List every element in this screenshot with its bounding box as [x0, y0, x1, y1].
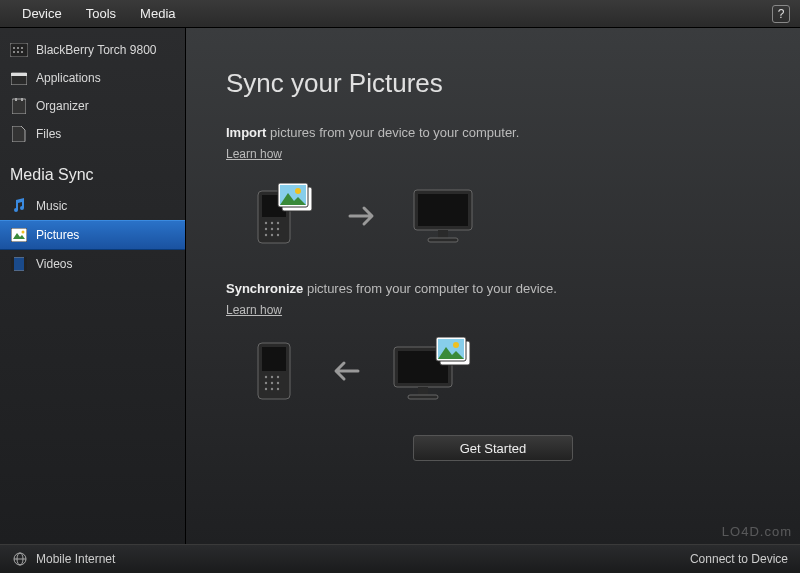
svg-rect-36 — [438, 230, 448, 238]
svg-rect-39 — [262, 347, 286, 371]
svg-rect-9 — [12, 99, 26, 114]
sidebar-item-videos[interactable]: Videos — [0, 250, 185, 278]
svg-point-56 — [453, 342, 459, 348]
content-area: BlackBerry Torch 9800 Applications Organ… — [0, 28, 800, 544]
sidebar-section-media-sync: Media Sync — [0, 148, 185, 192]
sync-rest-text: pictures from your computer to your devi… — [303, 281, 557, 296]
svg-rect-10 — [15, 98, 17, 101]
svg-point-26 — [265, 234, 267, 236]
synchronize-illustration — [226, 337, 760, 405]
menu-media[interactable]: Media — [128, 2, 187, 25]
svg-rect-8 — [11, 73, 27, 76]
arrow-right-icon — [348, 204, 380, 228]
computer-icon — [408, 186, 478, 246]
files-icon — [10, 126, 28, 142]
svg-point-24 — [271, 228, 273, 230]
svg-point-43 — [265, 382, 267, 384]
main-panel: Sync your Pictures Import pictures from … — [186, 28, 800, 544]
device-with-photo-icon — [250, 181, 320, 251]
sidebar-item-files[interactable]: Files — [0, 120, 185, 148]
svg-point-22 — [277, 222, 279, 224]
svg-point-3 — [21, 47, 23, 49]
import-rest-text: pictures from your device to your comput… — [266, 125, 519, 140]
menu-tools[interactable]: Tools — [74, 2, 128, 25]
section-title-label: Media Sync — [10, 166, 94, 184]
svg-point-32 — [295, 188, 301, 194]
device-icon — [250, 337, 300, 405]
svg-point-46 — [265, 388, 267, 390]
svg-rect-52 — [408, 395, 438, 399]
svg-rect-12 — [11, 228, 27, 242]
svg-point-21 — [271, 222, 273, 224]
svg-point-25 — [277, 228, 279, 230]
menubar: Device Tools Media ? — [0, 0, 800, 28]
help-icon[interactable]: ? — [772, 5, 790, 23]
organizer-icon — [10, 98, 28, 114]
svg-point-27 — [271, 234, 273, 236]
svg-rect-11 — [21, 98, 23, 101]
applications-icon — [10, 70, 28, 86]
svg-point-28 — [277, 234, 279, 236]
svg-point-20 — [265, 222, 267, 224]
sidebar-item-pictures[interactable]: Pictures — [0, 220, 185, 250]
svg-point-48 — [277, 388, 279, 390]
sidebar-item-organizer[interactable]: Organizer — [0, 92, 185, 120]
arrow-left-icon — [328, 359, 360, 383]
sidebar-item-label: Files — [36, 127, 61, 141]
import-section: Import pictures from your device to your… — [226, 125, 760, 251]
sidebar-item-label: Pictures — [36, 228, 79, 242]
music-icon — [10, 198, 28, 214]
svg-point-6 — [21, 51, 23, 53]
sidebar-item-label: BlackBerry Torch 9800 — [36, 43, 157, 57]
sync-bold-word: Synchronize — [226, 281, 303, 296]
svg-point-1 — [13, 47, 15, 49]
import-learn-how-link[interactable]: Learn how — [226, 147, 282, 161]
svg-rect-35 — [418, 194, 468, 226]
sidebar-item-music[interactable]: Music — [0, 192, 185, 220]
sidebar-item-applications[interactable]: Applications — [0, 64, 185, 92]
svg-point-23 — [265, 228, 267, 230]
sidebar-item-label: Organizer — [36, 99, 89, 113]
computer-with-photo-icon — [388, 337, 478, 405]
svg-point-40 — [265, 376, 267, 378]
svg-point-4 — [13, 51, 15, 53]
svg-point-47 — [271, 388, 273, 390]
sidebar: BlackBerry Torch 9800 Applications Organ… — [0, 28, 186, 544]
sidebar-item-label: Applications — [36, 71, 101, 85]
svg-point-14 — [22, 231, 25, 234]
import-bold-word: Import — [226, 125, 266, 140]
svg-rect-37 — [428, 238, 458, 242]
import-illustration — [226, 181, 760, 251]
svg-rect-17 — [24, 257, 27, 271]
pictures-icon — [10, 227, 28, 243]
connect-to-device-link[interactable]: Connect to Device — [690, 552, 788, 566]
svg-rect-16 — [11, 257, 14, 271]
synchronize-learn-how-link[interactable]: Learn how — [226, 303, 282, 317]
import-description: Import pictures from your device to your… — [226, 125, 760, 140]
svg-rect-0 — [10, 43, 28, 57]
mobile-internet-link[interactable]: Mobile Internet — [36, 552, 115, 566]
sidebar-item-label: Music — [36, 199, 67, 213]
globe-icon — [12, 551, 28, 567]
svg-point-44 — [271, 382, 273, 384]
footer: Mobile Internet Connect to Device — [0, 544, 800, 573]
menu-device[interactable]: Device — [10, 2, 74, 25]
sidebar-item-label: Videos — [36, 257, 72, 271]
svg-rect-51 — [418, 387, 428, 395]
svg-point-41 — [271, 376, 273, 378]
videos-icon — [10, 256, 28, 272]
blackberry-device-icon — [10, 42, 28, 58]
synchronize-section: Synchronize pictures from your computer … — [226, 281, 760, 405]
svg-point-45 — [277, 382, 279, 384]
synchronize-description: Synchronize pictures from your computer … — [226, 281, 760, 296]
sidebar-item-device[interactable]: BlackBerry Torch 9800 — [0, 36, 185, 64]
svg-point-42 — [277, 376, 279, 378]
svg-point-5 — [17, 51, 19, 53]
page-title: Sync your Pictures — [226, 68, 760, 99]
get-started-button[interactable]: Get Started — [413, 435, 573, 461]
svg-point-2 — [17, 47, 19, 49]
